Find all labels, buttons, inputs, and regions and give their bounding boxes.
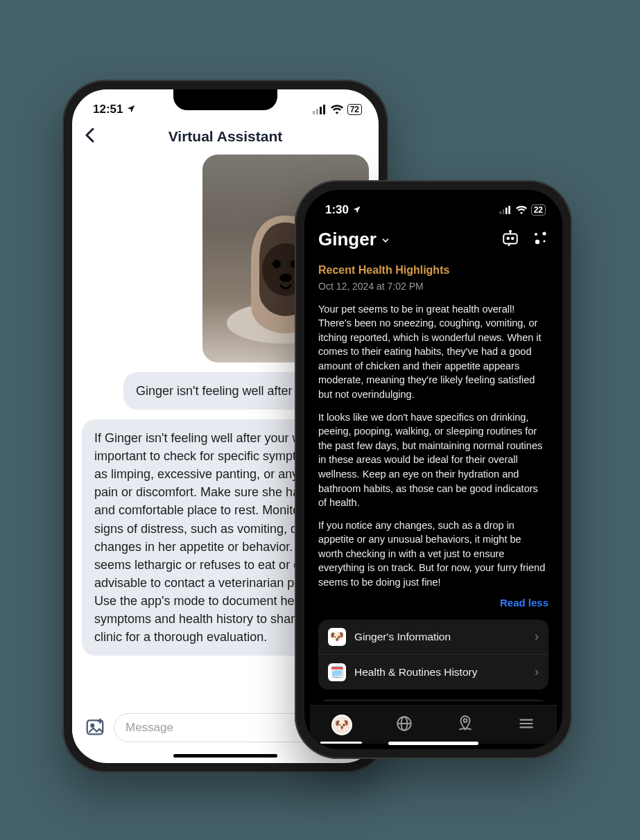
list-item-label: Ginger's Information (354, 629, 526, 645)
location-icon (126, 104, 136, 114)
cellular-icon (313, 105, 327, 114)
svg-point-22 (535, 233, 537, 236)
map-pin-icon (456, 715, 474, 733)
screen-header: Virtual Assistant (72, 124, 379, 155)
svg-rect-13 (499, 211, 501, 214)
list-item-history[interactable]: 🗓️ Health & Routines History › (318, 655, 548, 690)
highlights-p3: If you notice any changes, such as a dro… (318, 518, 548, 590)
svg-rect-15 (505, 208, 508, 214)
phone-dark: 1:30 22 (295, 180, 572, 759)
tab-map[interactable] (456, 715, 474, 735)
svg-rect-14 (502, 209, 504, 214)
svg-point-8 (279, 274, 292, 282)
wifi-icon (331, 105, 343, 114)
svg-rect-3 (323, 105, 325, 114)
cellular-icon (499, 206, 512, 214)
tab-explore[interactable] (395, 715, 413, 735)
highlights-p1: Your pet seems to be in great health ove… (318, 302, 548, 402)
back-button[interactable] (85, 125, 94, 148)
menu-icon (517, 715, 535, 733)
svg-point-24 (535, 239, 539, 243)
notch (173, 89, 277, 110)
tab-indicator (310, 742, 372, 744)
svg-point-18 (507, 237, 509, 239)
calendar-icon: 🗓️ (328, 663, 346, 681)
globe-icon (395, 715, 413, 733)
tab-menu[interactable] (517, 715, 535, 735)
page-title: Virtual Assistant (83, 128, 367, 145)
highlights-title: Recent Health Highlights (318, 263, 548, 279)
svg-rect-16 (508, 206, 510, 214)
svg-point-29 (464, 719, 467, 722)
svg-point-21 (510, 230, 511, 231)
dog-face-icon: 🐶 (328, 628, 346, 646)
chevron-right-icon: › (535, 663, 539, 681)
highlights-date: Oct 12, 2024 at 7:02 PM (318, 280, 548, 294)
svg-point-6 (273, 260, 281, 268)
highlights-body: Your pet seems to be in great health ove… (318, 302, 548, 590)
pet-name: Ginger (318, 229, 377, 250)
sparkles-button[interactable] (532, 230, 548, 250)
wifi-icon (516, 206, 527, 214)
notch (381, 190, 485, 211)
chevron-down-icon (381, 229, 390, 250)
chat-bot-button[interactable] (501, 229, 519, 250)
svg-point-19 (512, 237, 514, 239)
svg-rect-0 (313, 111, 315, 114)
content-scroll[interactable]: Recent Health Highlights Oct 12, 2024 at… (304, 257, 562, 701)
read-less-button[interactable]: Read less (318, 595, 548, 610)
tab-pet[interactable]: 🐶 (331, 715, 352, 735)
pet-selector[interactable]: Ginger (318, 229, 390, 250)
attach-image-button[interactable] (85, 716, 105, 740)
home-indicator[interactable] (388, 742, 478, 745)
actions-group: Health › Reminders › (318, 699, 548, 701)
list-item-health[interactable]: Health › (318, 699, 548, 701)
svg-rect-1 (316, 109, 318, 114)
status-time: 1:30 (325, 203, 349, 216)
info-group: 🐶 Ginger's Information › 🗓️ Health & Rou… (318, 620, 548, 690)
battery-level: 22 (531, 204, 546, 216)
battery-level: 72 (347, 104, 362, 115)
svg-point-25 (543, 240, 545, 242)
tab-bar: 🐶 (310, 705, 557, 744)
list-item-label: Health & Routines History (354, 665, 526, 680)
svg-rect-2 (320, 107, 322, 114)
status-time: 12:51 (93, 103, 123, 116)
message-text: Ginger isn't feeling well after (136, 384, 293, 398)
home-indicator[interactable] (173, 754, 277, 758)
avatar: 🐶 (331, 715, 352, 735)
highlights-p2: It looks like we don't have specifics on… (318, 410, 548, 510)
svg-rect-17 (503, 234, 517, 243)
chevron-right-icon: › (535, 628, 539, 646)
svg-point-10 (91, 724, 94, 727)
svg-point-23 (542, 231, 546, 235)
list-item-pet-info[interactable]: 🐶 Ginger's Information › (318, 620, 548, 655)
screen-header: Ginger (304, 225, 562, 257)
location-icon (352, 205, 361, 214)
